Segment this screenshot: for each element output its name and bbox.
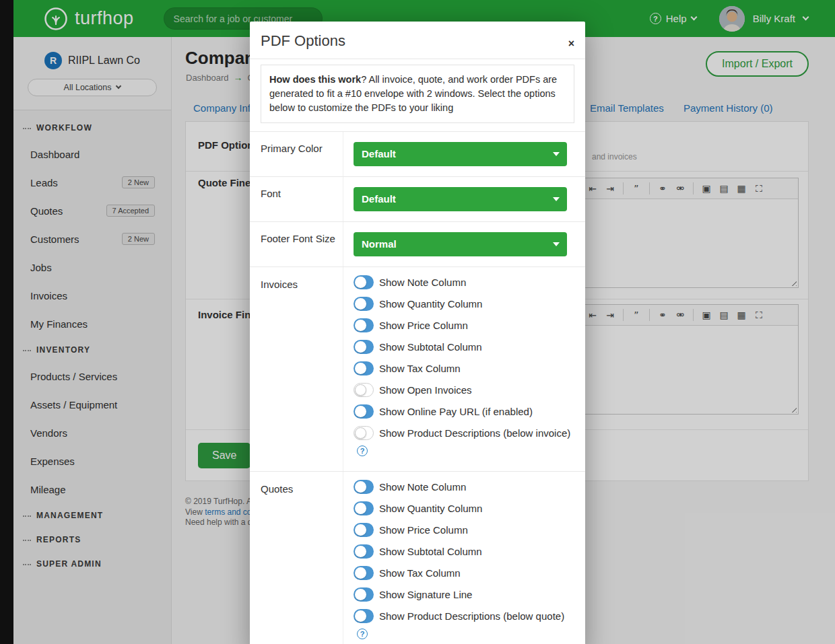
toggle-item: Show Signature Line [354, 587, 575, 602]
toggle-item: Show Online Pay URL (if enabled) [354, 404, 575, 419]
footer-font-size-value: Normal [362, 238, 397, 250]
toggle-show-tax-column[interactable] [354, 361, 374, 375]
toggle-knob [355, 406, 366, 417]
toggle-item: Show Price Column [354, 318, 575, 333]
close-icon[interactable]: × [568, 39, 574, 48]
toggle-item: Show Tax Column [354, 566, 575, 581]
toggle-show-price-column[interactable] [354, 523, 374, 537]
toggle-knob [355, 610, 366, 622]
toggle-knob [355, 481, 366, 493]
footer-font-size-row: Footer Font Size Normal [250, 221, 585, 266]
toggle-item: Show Open Invoices [354, 383, 575, 398]
primary-color-label: Primary Color [250, 132, 343, 176]
toggle-knob [355, 524, 366, 536]
toggle-show-subtotal-column[interactable] [354, 544, 374, 559]
toggle-show-price-column[interactable] [354, 318, 374, 332]
toggle-item: Show Quantity Column [354, 297, 575, 312]
toggle-show-subtotal-column[interactable] [354, 340, 374, 354]
toggle-item: Show Note Column [354, 480, 575, 495]
toggle-item: Show Product Descriptions (below invoice… [354, 426, 575, 456]
invoices-label: Invoices [250, 267, 343, 471]
toggle-knob [355, 341, 366, 353]
toggle-item: Show Quantity Column [354, 501, 575, 516]
primary-color-value: Default [362, 148, 396, 159]
toggle-show-tax-column[interactable] [354, 566, 374, 580]
quotes-label: Quotes [250, 472, 343, 644]
toggle-knob [355, 384, 366, 396]
caret-down-icon [553, 197, 560, 201]
intro-bold-text: How does this work [269, 74, 361, 85]
toggle-knob [355, 503, 366, 514]
toggle-show-product-descriptions-quote[interactable] [354, 609, 374, 623]
footer-font-size-select[interactable]: Normal [354, 232, 567, 256]
modal-intro: How does this work? All invoice, quote, … [261, 65, 574, 123]
font-value: Default [362, 193, 396, 205]
toggle-knob [355, 427, 366, 439]
invoices-row: Invoices Show Note Column Show Quantity … [250, 266, 585, 471]
toggle-show-note-column[interactable] [354, 275, 374, 289]
toggle-item: Show Note Column [354, 275, 575, 290]
primary-color-row: Primary Color Default [250, 131, 585, 176]
toggle-show-open-invoices[interactable] [354, 383, 374, 397]
toggle-knob [355, 546, 366, 557]
toggle-show-note-column[interactable] [354, 480, 374, 494]
pdf-options-modal: PDF Options × How does this work? All in… [250, 22, 585, 644]
toggle-knob [355, 277, 366, 288]
toggle-item: Show Subtotal Column [354, 544, 575, 559]
toggle-show-online-pay-url[interactable] [354, 404, 374, 419]
font-select[interactable]: Default [354, 187, 567, 211]
footer-font-size-label: Footer Font Size [250, 222, 343, 266]
toggle-show-product-descriptions-invoice[interactable] [354, 426, 374, 440]
quotes-row: Quotes Show Note Column Show Quantity Co… [250, 471, 585, 644]
toggle-item: Show Price Column [354, 523, 575, 538]
modal-header: PDF Options × [250, 22, 585, 59]
toggle-show-quantity-column[interactable] [354, 297, 374, 311]
primary-color-select[interactable]: Default [354, 142, 567, 166]
caret-down-icon [553, 242, 560, 246]
font-row: Font Default [250, 176, 585, 221]
help-icon[interactable]: ? [357, 629, 368, 639]
caret-down-icon [553, 152, 560, 156]
toggle-show-quantity-column[interactable] [354, 501, 374, 515]
toggle-item: Show Subtotal Column [354, 340, 575, 355]
help-icon[interactable]: ? [357, 445, 368, 456]
toggle-knob [355, 567, 366, 579]
toggle-knob [355, 589, 366, 600]
font-label: Font [250, 177, 343, 221]
toggle-item: Show Tax Column [354, 361, 575, 376]
toggle-show-signature-line[interactable] [354, 587, 374, 602]
toggle-knob [355, 320, 366, 331]
toggle-item: Show Product Descriptions (below quote)? [354, 609, 575, 639]
modal-title: PDF Options [261, 32, 345, 49]
toggle-knob [355, 363, 366, 374]
toggle-knob [355, 298, 366, 310]
